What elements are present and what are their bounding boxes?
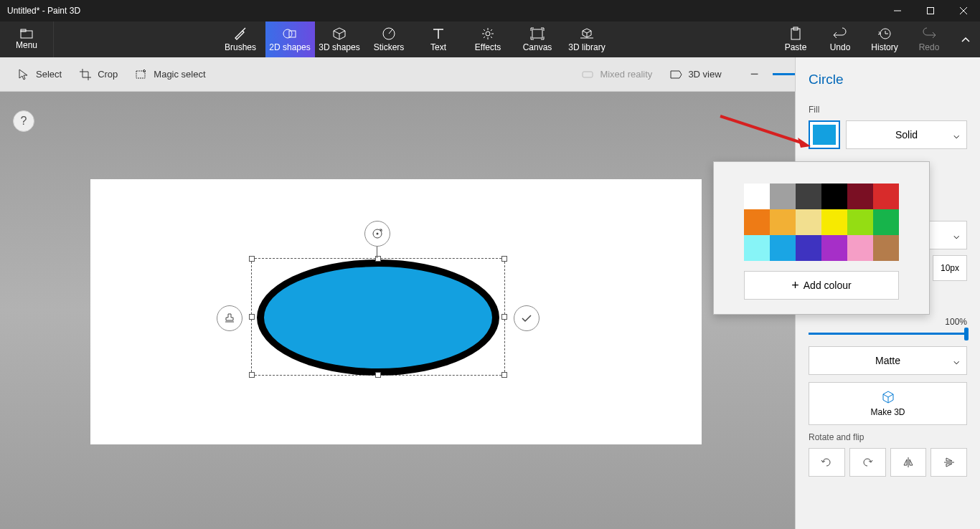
resize-handle[interactable]: [501, 256, 507, 262]
color-swatch[interactable]: [873, 235, 899, 261]
add-color-button[interactable]: + Add colour: [744, 271, 899, 300]
material-dropdown[interactable]: Matte ⌵: [809, 346, 967, 375]
close-button[interactable]: [947, 0, 980, 22]
color-swatch[interactable]: [847, 235, 873, 261]
shapes-2d-icon: [282, 27, 298, 41]
rotate-left-button[interactable]: [809, 448, 845, 477]
chevron-down-icon: ⌵: [953, 355, 959, 366]
ribbon-paste[interactable]: Paste: [773, 22, 818, 57]
color-swatch[interactable]: [770, 235, 796, 261]
ribbon-redo: Redo: [907, 22, 951, 57]
svg-point-17: [377, 233, 379, 235]
color-swatch[interactable]: [873, 184, 899, 209]
chevron-down-icon: ⌵: [953, 129, 959, 140]
fill-type-dropdown[interactable]: Solid ⌵: [846, 120, 967, 149]
sticker-icon: [381, 27, 397, 41]
resize-handle[interactable]: [249, 314, 255, 320]
paste-icon: [788, 27, 804, 41]
annotation-arrow: [716, 112, 811, 149]
make-3d-button[interactable]: Make 3D: [809, 382, 967, 425]
color-swatch[interactable]: [744, 209, 770, 235]
color-swatch[interactable]: [847, 184, 873, 209]
resize-handle[interactable]: [375, 372, 381, 378]
ribbon-brushes[interactable]: Brushes: [216, 22, 265, 57]
ribbon-history[interactable]: History: [862, 22, 907, 57]
resize-handle[interactable]: [249, 372, 255, 378]
stamp-icon: [222, 311, 237, 325]
rotate-handle[interactable]: [364, 221, 390, 247]
fill-label: Fill: [809, 105, 967, 115]
opacity-slider[interactable]: [809, 333, 967, 335]
color-swatch[interactable]: [744, 235, 770, 261]
3d-view-button[interactable]: 3D view: [661, 57, 730, 91]
rotate-ccw-icon: [820, 456, 833, 469]
color-swatch[interactable]: [796, 235, 821, 261]
ribbon-2d-shapes[interactable]: 2D shapes: [265, 22, 315, 57]
resize-handle[interactable]: [501, 372, 507, 378]
minimize-button[interactable]: [881, 0, 914, 22]
title-bar: Untitled* - Paint 3D: [0, 0, 980, 22]
brush-icon: [232, 27, 248, 41]
svg-point-9: [486, 32, 490, 36]
commit-button[interactable]: [514, 305, 540, 331]
resize-handle[interactable]: [501, 314, 507, 320]
thickness-input[interactable]: 10px: [933, 255, 967, 281]
stamp-button[interactable]: [217, 305, 242, 331]
folder-icon: [20, 29, 33, 39]
shapes-3d-icon: [331, 27, 347, 41]
chevron-up-icon: [961, 36, 971, 43]
color-swatch[interactable]: [821, 209, 847, 235]
mixed-reality-icon: [581, 68, 594, 81]
selection-bounds: [251, 258, 505, 376]
view-3d-icon: [669, 68, 682, 81]
effects-icon: [480, 27, 496, 41]
svg-marker-19: [798, 138, 811, 148]
crop-tool[interactable]: Crop: [70, 57, 126, 91]
ribbon-stickers[interactable]: Stickers: [364, 22, 414, 57]
rotate-right-button[interactable]: [849, 448, 886, 477]
ribbon-canvas[interactable]: Canvas: [513, 22, 562, 57]
svg-rect-10: [532, 29, 542, 38]
color-swatch[interactable]: [821, 235, 847, 261]
maximize-button[interactable]: [914, 0, 947, 22]
rotate-icon: [370, 227, 385, 241]
magic-select-tool[interactable]: Magic select: [126, 57, 214, 91]
check-icon: [519, 311, 534, 325]
ribbon-effects[interactable]: Effects: [463, 22, 513, 57]
ribbon: Menu Brushes 2D shapes 3D shapes Sticker…: [0, 22, 980, 57]
color-grid: [744, 184, 899, 261]
undo-icon: [832, 27, 848, 41]
help-button[interactable]: ?: [13, 110, 34, 132]
ribbon-undo[interactable]: Undo: [818, 22, 862, 57]
crop-icon: [79, 68, 92, 81]
color-swatch[interactable]: [744, 184, 770, 209]
fill-color-swatch[interactable]: [809, 120, 840, 149]
ribbon-text[interactable]: Text: [414, 22, 463, 57]
expand-panel-button[interactable]: [951, 22, 980, 57]
color-swatch[interactable]: [821, 184, 847, 209]
resize-handle[interactable]: [249, 256, 255, 262]
select-tool[interactable]: Select: [9, 57, 70, 91]
plus-icon: +: [791, 278, 799, 293]
ribbon-3d-library[interactable]: 3D library: [562, 22, 612, 57]
cursor-icon: [17, 68, 30, 81]
text-icon: [430, 27, 446, 41]
window-title: Untitled* - Paint 3D: [7, 6, 80, 16]
color-swatch[interactable]: [770, 184, 796, 209]
svg-rect-1: [928, 8, 934, 14]
color-swatch[interactable]: [796, 209, 821, 235]
svg-rect-7: [289, 31, 296, 37]
menu-button[interactable]: Menu: [0, 22, 54, 57]
flip-horizontal-button[interactable]: [890, 448, 927, 477]
color-swatch[interactable]: [873, 209, 899, 235]
color-swatch[interactable]: [770, 209, 796, 235]
magic-select-icon: [135, 68, 148, 81]
flip-vertical-button[interactable]: [930, 448, 967, 477]
ribbon-3d-shapes[interactable]: 3D shapes: [315, 22, 364, 57]
canvas-icon: [529, 27, 545, 41]
color-swatch[interactable]: [847, 209, 873, 235]
canvas-area: ?: [0, 92, 795, 529]
mixed-reality-button: Mixed reality: [573, 57, 661, 91]
zoom-out-button[interactable]: −: [745, 66, 765, 82]
color-swatch[interactable]: [796, 184, 821, 209]
